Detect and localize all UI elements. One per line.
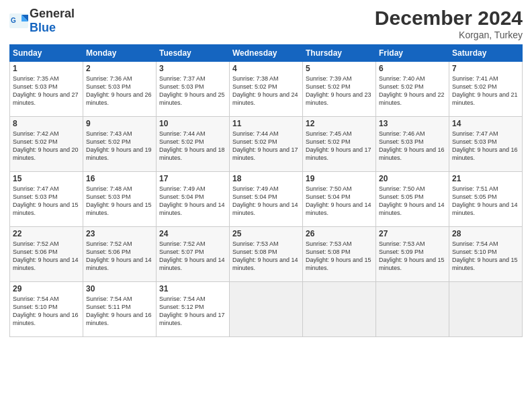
column-header-sunday: Sunday <box>10 45 83 62</box>
day-info: Sunrise: 7:37 AMSunset: 5:03 PMDaylight:… <box>159 75 225 106</box>
logo-text-general: General <box>30 7 75 20</box>
day-number: 12 <box>306 119 373 128</box>
calendar-cell: 24 Sunrise: 7:52 AMSunset: 5:07 PMDaylig… <box>157 227 230 282</box>
day-info: Sunrise: 7:49 AMSunset: 5:04 PMDaylight:… <box>159 185 225 216</box>
day-info: Sunrise: 7:52 AMSunset: 5:06 PMDaylight:… <box>13 240 79 271</box>
calendar-cell <box>303 282 376 337</box>
calendar-cell <box>449 282 523 337</box>
logo-text-blue: Blue <box>30 21 56 34</box>
day-number: 18 <box>232 174 300 183</box>
logo: G General Blue <box>9 7 75 35</box>
day-info: Sunrise: 7:47 AMSunset: 5:03 PMDaylight:… <box>452 130 518 161</box>
day-info: Sunrise: 7:50 AMSunset: 5:04 PMDaylight:… <box>306 185 371 216</box>
day-info: Sunrise: 7:40 AMSunset: 5:02 PMDaylight:… <box>379 75 445 106</box>
day-info: Sunrise: 7:53 AMSunset: 5:08 PMDaylight:… <box>306 240 371 271</box>
day-number: 4 <box>232 64 300 73</box>
calendar-cell: 1 Sunrise: 7:35 AMSunset: 5:03 PMDayligh… <box>10 62 83 117</box>
day-number: 16 <box>86 174 153 183</box>
calendar-cell: 18 Sunrise: 7:49 AMSunset: 5:04 PMDaylig… <box>230 172 303 227</box>
day-number: 14 <box>452 119 519 128</box>
month-title: December 2024 <box>375 7 523 30</box>
header: G General Blue December 2024 Korgan, Tur… <box>9 7 523 40</box>
day-number: 26 <box>306 229 373 238</box>
calendar-cell: 28 Sunrise: 7:54 AMSunset: 5:10 PMDaylig… <box>449 227 523 282</box>
day-number: 5 <box>306 64 373 73</box>
calendar-cell: 6 Sunrise: 7:40 AMSunset: 5:02 PMDayligh… <box>376 62 449 117</box>
day-number: 11 <box>232 119 300 128</box>
calendar-container: G General Blue December 2024 Korgan, Tur… <box>0 0 532 342</box>
calendar-cell: 7 Sunrise: 7:41 AMSunset: 5:02 PMDayligh… <box>449 62 523 117</box>
day-number: 22 <box>13 229 80 238</box>
location: Korgan, Turkey <box>375 30 523 40</box>
title-block: December 2024 Korgan, Turkey <box>375 7 523 40</box>
calendar-cell: 2 Sunrise: 7:36 AMSunset: 5:03 PMDayligh… <box>83 62 157 117</box>
calendar-week-row: 1 Sunrise: 7:35 AMSunset: 5:03 PMDayligh… <box>10 62 523 117</box>
calendar-cell: 19 Sunrise: 7:50 AMSunset: 5:04 PMDaylig… <box>303 172 376 227</box>
day-number: 2 <box>86 64 153 73</box>
calendar-cell: 4 Sunrise: 7:38 AMSunset: 5:02 PMDayligh… <box>230 62 303 117</box>
calendar-cell: 5 Sunrise: 7:39 AMSunset: 5:02 PMDayligh… <box>303 62 376 117</box>
day-number: 10 <box>159 119 226 128</box>
day-number: 25 <box>232 229 300 238</box>
calendar-cell: 22 Sunrise: 7:52 AMSunset: 5:06 PMDaylig… <box>10 227 83 282</box>
day-number: 8 <box>13 119 80 128</box>
calendar-week-row: 29 Sunrise: 7:54 AMSunset: 5:10 PMDaylig… <box>10 282 523 337</box>
day-info: Sunrise: 7:38 AMSunset: 5:02 PMDaylight:… <box>232 75 298 106</box>
calendar-cell: 25 Sunrise: 7:53 AMSunset: 5:08 PMDaylig… <box>230 227 303 282</box>
day-info: Sunrise: 7:50 AMSunset: 5:05 PMDaylight:… <box>379 185 445 216</box>
day-number: 23 <box>86 229 153 238</box>
calendar-cell: 23 Sunrise: 7:52 AMSunset: 5:06 PMDaylig… <box>83 227 157 282</box>
calendar-cell: 17 Sunrise: 7:49 AMSunset: 5:04 PMDaylig… <box>157 172 230 227</box>
day-info: Sunrise: 7:54 AMSunset: 5:10 PMDaylight:… <box>452 240 518 271</box>
calendar-cell: 13 Sunrise: 7:46 AMSunset: 5:03 PMDaylig… <box>376 117 449 172</box>
day-number: 13 <box>379 119 446 128</box>
day-number: 1 <box>13 64 80 73</box>
calendar-cell: 31 Sunrise: 7:54 AMSunset: 5:12 PMDaylig… <box>157 282 230 337</box>
calendar-week-row: 15 Sunrise: 7:47 AMSunset: 5:03 PMDaylig… <box>10 172 523 227</box>
day-info: Sunrise: 7:39 AMSunset: 5:02 PMDaylight:… <box>306 75 371 106</box>
calendar-cell: 29 Sunrise: 7:54 AMSunset: 5:10 PMDaylig… <box>10 282 83 337</box>
day-info: Sunrise: 7:54 AMSunset: 5:12 PMDaylight:… <box>159 295 225 326</box>
day-info: Sunrise: 7:43 AMSunset: 5:02 PMDaylight:… <box>86 130 152 161</box>
calendar-cell: 9 Sunrise: 7:43 AMSunset: 5:02 PMDayligh… <box>83 117 157 172</box>
day-info: Sunrise: 7:36 AMSunset: 5:03 PMDaylight:… <box>86 75 152 106</box>
calendar-cell: 27 Sunrise: 7:53 AMSunset: 5:09 PMDaylig… <box>376 227 449 282</box>
day-info: Sunrise: 7:53 AMSunset: 5:08 PMDaylight:… <box>232 240 298 271</box>
calendar-table: SundayMondayTuesdayWednesdayThursdayFrid… <box>9 44 523 337</box>
day-number: 21 <box>452 174 519 183</box>
calendar-body: 1 Sunrise: 7:35 AMSunset: 5:03 PMDayligh… <box>10 62 523 337</box>
day-info: Sunrise: 7:52 AMSunset: 5:07 PMDaylight:… <box>159 240 225 271</box>
day-number: 19 <box>306 174 373 183</box>
day-number: 6 <box>379 64 446 73</box>
calendar-header-row: SundayMondayTuesdayWednesdayThursdayFrid… <box>10 45 523 62</box>
day-info: Sunrise: 7:41 AMSunset: 5:02 PMDaylight:… <box>452 75 518 106</box>
calendar-cell: 3 Sunrise: 7:37 AMSunset: 5:03 PMDayligh… <box>157 62 230 117</box>
day-number: 7 <box>452 64 519 73</box>
calendar-week-row: 8 Sunrise: 7:42 AMSunset: 5:02 PMDayligh… <box>10 117 523 172</box>
day-number: 3 <box>159 64 226 73</box>
day-info: Sunrise: 7:42 AMSunset: 5:02 PMDaylight:… <box>13 130 79 161</box>
calendar-cell: 11 Sunrise: 7:44 AMSunset: 5:02 PMDaylig… <box>230 117 303 172</box>
day-info: Sunrise: 7:54 AMSunset: 5:10 PMDaylight:… <box>13 295 79 326</box>
calendar-cell: 26 Sunrise: 7:53 AMSunset: 5:08 PMDaylig… <box>303 227 376 282</box>
day-number: 24 <box>159 229 226 238</box>
calendar-cell: 15 Sunrise: 7:47 AMSunset: 5:03 PMDaylig… <box>10 172 83 227</box>
calendar-cell <box>230 282 303 337</box>
day-info: Sunrise: 7:35 AMSunset: 5:03 PMDaylight:… <box>13 75 79 106</box>
day-number: 28 <box>452 229 519 238</box>
day-number: 9 <box>86 119 153 128</box>
calendar-cell: 30 Sunrise: 7:54 AMSunset: 5:11 PMDaylig… <box>83 282 157 337</box>
calendar-cell: 16 Sunrise: 7:48 AMSunset: 5:03 PMDaylig… <box>83 172 157 227</box>
day-info: Sunrise: 7:47 AMSunset: 5:03 PMDaylight:… <box>13 185 79 216</box>
day-info: Sunrise: 7:52 AMSunset: 5:06 PMDaylight:… <box>86 240 152 271</box>
day-info: Sunrise: 7:51 AMSunset: 5:05 PMDaylight:… <box>452 185 518 216</box>
column-header-monday: Monday <box>83 45 157 62</box>
calendar-cell: 20 Sunrise: 7:50 AMSunset: 5:05 PMDaylig… <box>376 172 449 227</box>
day-info: Sunrise: 7:45 AMSunset: 5:02 PMDaylight:… <box>306 130 371 161</box>
column-header-wednesday: Wednesday <box>230 45 303 62</box>
column-header-saturday: Saturday <box>449 45 523 62</box>
calendar-cell: 10 Sunrise: 7:44 AMSunset: 5:02 PMDaylig… <box>157 117 230 172</box>
day-number: 30 <box>86 284 153 293</box>
calendar-cell <box>376 282 449 337</box>
calendar-cell: 12 Sunrise: 7:45 AMSunset: 5:02 PMDaylig… <box>303 117 376 172</box>
